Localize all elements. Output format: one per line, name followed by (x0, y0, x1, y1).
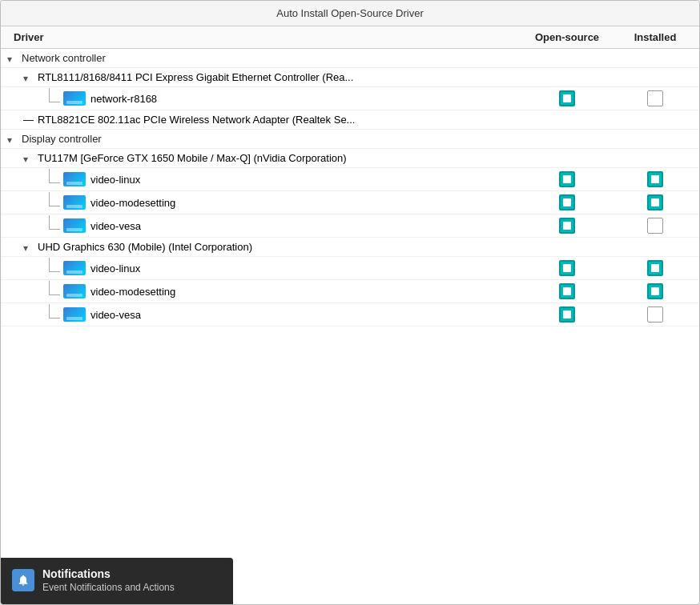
driver-r8168-label: network-r8168 (91, 93, 157, 105)
driver-network-r8168[interactable]: network-r8168 (1, 87, 699, 110)
subcategory-tu117m-label: TU117M [GeForce GTX 1650 Mobile / Max-Q]… (38, 152, 347, 164)
subcategory-rtl8111[interactable]: RTL8111/8168/8411 PCI Express Gigabit Et… (1, 68, 699, 87)
driver-video-vesa-intel-label: video-vesa (91, 309, 141, 321)
subcategory-rtl8821[interactable]: — RTL8821CE 802.11ac PCIe Wireless Netwo… (1, 110, 699, 130)
chevron-uhd630[interactable] (23, 242, 34, 253)
col-installed-header: Installed (611, 31, 699, 43)
gpu-icon-vv-intel (63, 307, 86, 322)
subcategory-tu117m[interactable]: TU117M [GeForce GTX 1650 Mobile / Max-Q]… (1, 149, 699, 168)
bell-icon (17, 574, 30, 587)
vm-intel-opensource[interactable] (523, 283, 611, 299)
category-network[interactable]: Network controller (1, 49, 699, 68)
vl-nvidia-opensource[interactable] (523, 171, 611, 187)
category-display[interactable]: Display controller (1, 130, 699, 149)
vm-nvidia-installed[interactable] (611, 194, 699, 210)
vv-intel-opensource-checkbox[interactable] (559, 307, 575, 323)
driver-video-vesa-nvidia[interactable]: video-vesa (1, 214, 699, 238)
vv-nvidia-installed[interactable] (611, 218, 699, 234)
r8168-installed-checkbox[interactable] (647, 90, 663, 106)
vm-intel-installed[interactable] (611, 283, 699, 299)
vv-nvidia-opensource-checkbox[interactable] (559, 218, 575, 234)
chevron-network[interactable] (7, 53, 18, 64)
tree-line-vm-nvidia (49, 192, 60, 206)
vl-nvidia-installed-checkbox[interactable] (647, 171, 663, 187)
tree-line-r8168 (49, 88, 60, 102)
vl-intel-installed-checkbox[interactable] (647, 260, 663, 276)
col-opensource-header: Open-source (523, 31, 611, 43)
category-network-label: Network controller (22, 52, 106, 64)
driver-video-linux-intel-label: video-linux (91, 262, 140, 274)
col-driver-header: Driver (1, 31, 523, 43)
window-title: Auto Install Open-Source Driver (276, 7, 424, 19)
gpu-icon-vm-nvidia (63, 195, 86, 210)
r8168-opensource-checkbox[interactable] (559, 90, 575, 106)
chevron-tu117m[interactable] (23, 153, 34, 164)
notification-text-block: Notifications Event Notifications and Ac… (42, 567, 175, 593)
gpu-icon-vl-intel (63, 261, 86, 275)
vm-nvidia-installed-checkbox[interactable] (647, 194, 663, 210)
vl-nvidia-installed[interactable] (611, 171, 699, 187)
subcategory-uhd630[interactable]: UHD Graphics 630 (Mobile) (Intel Corpora… (1, 238, 699, 257)
r8168-opensource[interactable] (523, 90, 611, 106)
table-header: Driver Open-source Installed (1, 26, 699, 49)
driver-video-modesetting-nvidia[interactable]: video-modesetting (1, 191, 699, 214)
gpu-icon-r8168 (63, 91, 86, 106)
tree-line-vv-nvidia (49, 215, 60, 230)
chevron-display[interactable] (7, 134, 18, 145)
tree-line-vm-intel (49, 281, 60, 295)
driver-video-linux-nvidia[interactable]: video-linux (1, 168, 699, 191)
notification-tooltip[interactable]: Notifications Event Notifications and Ac… (1, 558, 233, 604)
vl-intel-opensource-checkbox[interactable] (559, 260, 575, 276)
vv-intel-installed-checkbox[interactable] (647, 307, 663, 323)
notification-title: Notifications (42, 567, 175, 580)
vm-nvidia-opensource-checkbox[interactable] (559, 194, 575, 210)
chevron-rtl8111[interactable] (23, 72, 34, 83)
r8168-installed[interactable] (611, 90, 699, 106)
driver-video-linux-nvidia-label: video-linux (91, 174, 140, 186)
driver-video-linux-intel[interactable]: video-linux (1, 257, 699, 280)
main-window: Auto Install Open-Source Driver Driver O… (0, 0, 700, 605)
notification-icon-wrapper (12, 569, 34, 591)
vv-nvidia-opensource[interactable] (523, 218, 611, 234)
gpu-icon-vv-nvidia (63, 218, 86, 233)
dash-rtl8821: — (23, 114, 33, 126)
title-bar: Auto Install Open-Source Driver (1, 1, 699, 26)
gpu-icon-vl-nvidia (63, 172, 86, 186)
vl-intel-installed[interactable] (611, 260, 699, 276)
tree-line-vv-intel (49, 304, 60, 319)
driver-video-modesetting-intel[interactable]: video-modesetting (1, 280, 699, 303)
gpu-icon-vm-intel (63, 284, 86, 298)
subcategory-rtl8821-label: RTL8821CE 802.11ac PCIe Wireless Network… (38, 114, 355, 126)
notification-subtitle: Event Notifications and Actions (42, 582, 175, 593)
driver-video-vesa-intel[interactable]: video-vesa (1, 303, 699, 327)
subcategory-uhd630-label: UHD Graphics 630 (Mobile) (Intel Corpora… (38, 241, 252, 253)
driver-tree[interactable]: Network controller RTL8111/8168/8411 PCI… (1, 49, 699, 604)
vm-intel-installed-checkbox[interactable] (647, 283, 663, 299)
tree-line-vl-intel (49, 258, 60, 272)
vl-intel-opensource[interactable] (523, 260, 611, 276)
driver-video-modesetting-intel-label: video-modesetting (91, 286, 175, 298)
vv-intel-opensource[interactable] (523, 307, 611, 323)
vv-intel-installed[interactable] (611, 307, 699, 323)
tree-line-vl-nvidia (49, 169, 60, 183)
vl-nvidia-opensource-checkbox[interactable] (559, 171, 575, 187)
vm-intel-opensource-checkbox[interactable] (559, 283, 575, 299)
vv-nvidia-installed-checkbox[interactable] (647, 218, 663, 234)
subcategory-rtl8111-label: RTL8111/8168/8411 PCI Express Gigabit Et… (38, 71, 353, 83)
vm-nvidia-opensource[interactable] (523, 194, 611, 210)
driver-video-vesa-nvidia-label: video-vesa (91, 220, 141, 232)
category-display-label: Display controller (22, 133, 102, 145)
driver-video-modesetting-nvidia-label: video-modesetting (91, 197, 175, 209)
